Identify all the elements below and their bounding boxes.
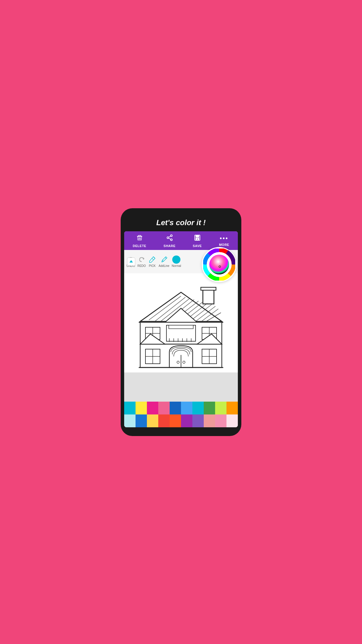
color-cell-cyan[interactable] xyxy=(124,402,136,414)
save-label: SAVE xyxy=(193,244,202,248)
svg-rect-44 xyxy=(169,325,193,329)
color-cell-deeporange[interactable] xyxy=(170,414,181,427)
arrow-up-icon xyxy=(129,259,133,264)
expand-palette-button[interactable] xyxy=(127,258,135,266)
pick-icon xyxy=(148,256,156,264)
addline-button[interactable]: AddLine xyxy=(159,256,169,267)
pick-button[interactable]: PICK xyxy=(148,256,156,267)
color-cell-rosepink[interactable] xyxy=(215,414,226,427)
house-drawing xyxy=(131,276,231,370)
color-cell-pink[interactable] xyxy=(158,402,170,414)
color-cell-darkblue[interactable] xyxy=(170,402,181,414)
svg-line-19 xyxy=(165,257,166,259)
color-picker[interactable] xyxy=(202,247,237,282)
color-cell-teal[interactable] xyxy=(192,402,204,414)
svg-line-16 xyxy=(153,257,155,258)
svg-point-6 xyxy=(171,239,172,241)
color-palette xyxy=(124,402,238,427)
canvas-area xyxy=(124,273,238,402)
redo-button[interactable]: REDO xyxy=(137,256,146,267)
normal-color-dot xyxy=(172,256,180,264)
redo-label: REDO xyxy=(137,264,146,267)
color-cell-lightblue[interactable] xyxy=(181,402,192,414)
svg-line-7 xyxy=(168,238,171,239)
share-icon xyxy=(166,234,173,243)
share-label: SHARE xyxy=(164,244,175,248)
color-cell-red[interactable] xyxy=(158,414,170,427)
controls-bar: UNDO REDO PICK xyxy=(124,250,238,273)
palette-row-2 xyxy=(124,414,238,427)
svg-point-4 xyxy=(171,235,172,237)
normal-label: Normal xyxy=(172,264,181,267)
trash-icon xyxy=(136,234,143,243)
color-cell-green[interactable] xyxy=(204,402,215,414)
more-button[interactable]: ••• MORE xyxy=(219,235,229,246)
svg-point-69 xyxy=(177,361,179,363)
phone-screen: DELETE SHARE xyxy=(124,231,238,427)
addline-icon xyxy=(160,256,168,264)
phone-frame: Let's color it ! DELETE xyxy=(121,208,241,436)
more-label: MORE xyxy=(219,243,229,246)
save-button[interactable]: SAVE xyxy=(193,234,202,248)
svg-rect-27 xyxy=(201,287,216,290)
color-cell-lime[interactable] xyxy=(215,402,226,414)
color-cell-purple[interactable] xyxy=(181,414,192,427)
color-cell-orange[interactable] xyxy=(226,402,238,414)
delete-label: DELETE xyxy=(133,244,146,248)
drawing-canvas[interactable] xyxy=(124,273,238,372)
svg-line-17 xyxy=(152,258,154,260)
below-canvas-space xyxy=(124,372,238,402)
color-cell-deeppurple[interactable] xyxy=(192,414,204,427)
color-wheel-svg xyxy=(203,249,235,281)
more-icon: ••• xyxy=(220,235,229,242)
color-cell-yellow[interactable] xyxy=(136,402,147,414)
normal-button[interactable]: Normal xyxy=(172,256,181,267)
delete-button[interactable]: DELETE xyxy=(133,234,146,248)
pick-label: PICK xyxy=(149,264,156,267)
svg-rect-10 xyxy=(196,235,199,237)
save-icon xyxy=(194,234,201,243)
svg-point-23 xyxy=(209,255,229,274)
app-title: Let's color it ! xyxy=(124,214,238,231)
share-button[interactable]: SHARE xyxy=(164,234,175,248)
svg-point-5 xyxy=(167,237,169,239)
color-cell-pinklight[interactable] xyxy=(204,414,215,427)
color-cell-amber[interactable] xyxy=(147,414,158,427)
svg-marker-25 xyxy=(129,260,133,262)
color-cell-magenta[interactable] xyxy=(147,402,158,414)
svg-line-8 xyxy=(168,236,171,237)
addline-label: AddLine xyxy=(159,264,169,267)
palette-row-1 xyxy=(124,402,238,414)
redo-icon xyxy=(138,256,146,264)
color-cell-lightcyan[interactable] xyxy=(124,414,136,427)
color-cell-blue[interactable] xyxy=(136,414,147,427)
color-cell-palerose[interactable] xyxy=(226,414,238,427)
svg-line-18 xyxy=(162,260,164,261)
svg-point-70 xyxy=(183,361,185,363)
